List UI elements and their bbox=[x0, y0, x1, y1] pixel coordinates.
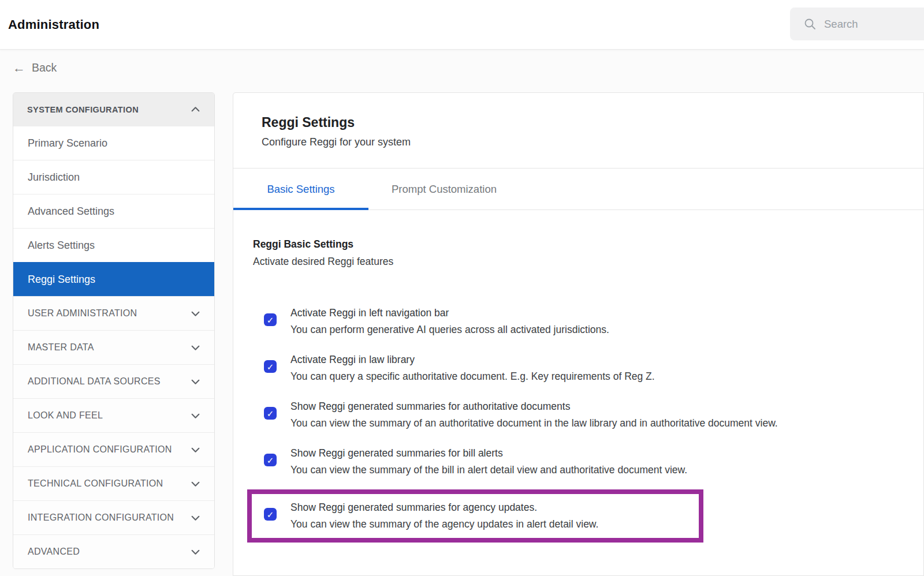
checkbox-bill-alert-summaries[interactable] bbox=[264, 454, 277, 466]
panel-subtitle: Configure Reggi for your system bbox=[262, 136, 923, 148]
sidebar-section-master-data[interactable]: MASTER DATA bbox=[13, 330, 214, 364]
sidebar-section-integration-configuration[interactable]: INTEGRATION CONFIGURATION bbox=[13, 500, 214, 534]
setting-description: You can perform generative AI queries ac… bbox=[290, 321, 609, 338]
basic-settings-section-header: Reggi Basic Settings Activate desired Re… bbox=[233, 210, 923, 268]
chevron-down-icon bbox=[191, 411, 200, 421]
setting-row-left-navigation: Activate Reggi in left navigation bar Yo… bbox=[247, 305, 923, 338]
sidebar-section-label: MASTER DATA bbox=[28, 342, 94, 353]
chevron-down-icon bbox=[191, 513, 200, 523]
chevron-down-icon bbox=[191, 309, 200, 319]
setting-row-agency-update-summaries: Show Reggi generated summaries for agenc… bbox=[252, 499, 699, 533]
sidebar-item-primary-scenario[interactable]: Primary Scenario bbox=[13, 126, 214, 160]
sidebar-section-label: SYSTEM CONFIGURATION bbox=[27, 105, 139, 114]
setting-description: You can view the summary of an authorita… bbox=[290, 415, 778, 432]
setting-text: Show Reggi generated summaries for bill … bbox=[290, 445, 687, 478]
setting-title: Show Reggi generated summaries for bill … bbox=[290, 445, 687, 462]
setting-text: Activate Reggi in law library You can qu… bbox=[290, 351, 655, 385]
setting-title: Show Reggi generated summaries for agenc… bbox=[290, 499, 598, 516]
page-title: Administration bbox=[8, 17, 99, 32]
checkbox-authoritative-summaries[interactable] bbox=[264, 407, 277, 420]
tab-label: Basic Settings bbox=[267, 183, 334, 196]
settings-list: Activate Reggi in left navigation bar Yo… bbox=[233, 305, 923, 543]
setting-title: Activate Reggi in left navigation bar bbox=[290, 305, 609, 321]
chevron-down-icon bbox=[191, 343, 200, 353]
setting-text: Activate Reggi in left navigation bar Yo… bbox=[290, 305, 609, 338]
setting-description: You can view the summary of the agency u… bbox=[290, 516, 598, 533]
setting-description: You can query a specific authoritative d… bbox=[290, 368, 655, 385]
sidebar-section-technical-configuration[interactable]: TECHNICAL CONFIGURATION bbox=[13, 466, 214, 500]
sidebar-item-label: Jurisdiction bbox=[28, 171, 80, 184]
settings-tab-bar: Basic Settings Prompt Customization bbox=[233, 169, 923, 210]
chevron-down-icon bbox=[191, 377, 200, 387]
sidebar-section-label: ADDITIONAL DATA SOURCES bbox=[28, 376, 161, 387]
sidebar-item-label: Alerts Settings bbox=[28, 240, 95, 252]
settings-sidebar: SYSTEM CONFIGURATION Primary Scenario Ju… bbox=[13, 92, 215, 569]
sidebar-section-application-configuration[interactable]: APPLICATION CONFIGURATION bbox=[13, 432, 214, 466]
checkbox-activate-left-nav[interactable] bbox=[264, 313, 277, 326]
highlight-annotation-box: Show Reggi generated summaries for agenc… bbox=[247, 489, 703, 543]
chevron-down-icon bbox=[191, 445, 200, 455]
sidebar-section-user-administration[interactable]: USER ADMINISTRATION bbox=[13, 296, 214, 330]
chevron-up-icon bbox=[191, 104, 200, 114]
search-icon bbox=[804, 18, 817, 31]
sidebar-section-label: INTEGRATION CONFIGURATION bbox=[28, 513, 174, 523]
setting-row-authoritative-summaries: Show Reggi generated summaries for autho… bbox=[247, 398, 923, 432]
sidebar-section-label: ADVANCED bbox=[28, 547, 80, 557]
checkbox-agency-update-summaries[interactable] bbox=[264, 508, 277, 521]
section-subtitle: Activate desired Reggi features bbox=[253, 256, 923, 268]
sidebar-item-label: Primary Scenario bbox=[28, 137, 107, 149]
back-arrow-icon: ← bbox=[13, 62, 25, 74]
sidebar-item-label: Reggi Settings bbox=[28, 274, 95, 286]
section-title: Reggi Basic Settings bbox=[253, 238, 923, 250]
setting-row-bill-alert-summaries: Show Reggi generated summaries for bill … bbox=[247, 445, 923, 478]
setting-text: Show Reggi generated summaries for agenc… bbox=[290, 499, 598, 533]
setting-row-law-library: Activate Reggi in law library You can qu… bbox=[247, 351, 923, 385]
sidebar-item-label: Advanced Settings bbox=[28, 205, 114, 218]
panel-header: Reggi Settings Configure Reggi for your … bbox=[233, 93, 923, 169]
reggi-settings-panel: Reggi Settings Configure Reggi for your … bbox=[233, 92, 924, 576]
search-input[interactable] bbox=[824, 18, 911, 31]
sidebar-section-look-and-feel[interactable]: LOOK AND FEEL bbox=[13, 398, 214, 432]
tab-prompt-customization[interactable]: Prompt Customization bbox=[368, 169, 520, 210]
setting-description: You can view the summary of the bill in … bbox=[290, 462, 687, 478]
chevron-down-icon bbox=[191, 547, 200, 557]
setting-text: Show Reggi generated summaries for autho… bbox=[290, 398, 778, 432]
tab-basic-settings[interactable]: Basic Settings bbox=[233, 169, 368, 210]
sidebar-section-label: APPLICATION CONFIGURATION bbox=[28, 444, 172, 455]
back-button[interactable]: ← Back bbox=[13, 61, 57, 74]
back-label: Back bbox=[32, 61, 57, 74]
sidebar-section-label: USER ADMINISTRATION bbox=[28, 308, 137, 319]
sidebar-item-advanced-settings[interactable]: Advanced Settings bbox=[13, 194, 214, 228]
chevron-down-icon bbox=[191, 479, 200, 489]
checkbox-activate-law-library[interactable] bbox=[264, 360, 277, 373]
setting-title: Activate Reggi in law library bbox=[290, 351, 655, 368]
top-bar: Administration bbox=[0, 0, 924, 50]
setting-title: Show Reggi generated summaries for autho… bbox=[290, 398, 778, 415]
sidebar-section-advanced[interactable]: ADVANCED bbox=[13, 534, 214, 568]
sidebar-section-system-configuration[interactable]: SYSTEM CONFIGURATION bbox=[13, 93, 214, 126]
search-box[interactable] bbox=[790, 8, 924, 40]
sidebar-section-label: TECHNICAL CONFIGURATION bbox=[28, 478, 163, 489]
sidebar-section-label: LOOK AND FEEL bbox=[28, 410, 103, 421]
sidebar-section-additional-data-sources[interactable]: ADDITIONAL DATA SOURCES bbox=[13, 364, 214, 398]
sidebar-item-jurisdiction[interactable]: Jurisdiction bbox=[13, 160, 214, 194]
tab-label: Prompt Customization bbox=[392, 183, 497, 196]
panel-title: Reggi Settings bbox=[262, 115, 923, 130]
sidebar-item-alerts-settings[interactable]: Alerts Settings bbox=[13, 228, 214, 262]
sidebar-item-reggi-settings[interactable]: Reggi Settings bbox=[13, 262, 214, 296]
